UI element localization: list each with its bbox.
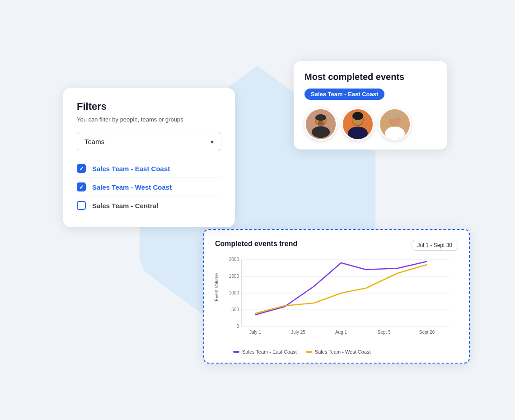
svg-point-13 [385,127,405,140]
legend-label-west-coast: Sales Team - West Coast [315,349,371,355]
events-team-badge: Sales Team - East Coast [304,89,384,100]
filters-card: Filters You can filter by people, teams … [63,88,235,227]
avatar-1 [304,108,337,140]
avatar-2 [342,108,374,140]
legend-label-east-coast: Sales Team - East Coast [242,349,297,355]
legend-east-coast: Sales Team - East Coast [233,349,297,355]
team-item-east-coast[interactable]: Sales Team - East Coast [77,159,221,178]
svg-text:Sept 5: Sept 5 [378,330,391,335]
scene: Filters You can filter by people, teams … [54,29,461,391]
checkbox-east-coast[interactable] [77,164,86,173]
chart-container: Event Volume 2000 1500 1000 500 0 July 1… [215,255,458,345]
legend-dot-east-coast [233,351,239,353]
team-label-west-coast: Sales Team - West Coast [92,183,172,191]
trend-chart-svg: 2000 1500 1000 500 0 July 1 July 25 Aug … [215,255,458,336]
svg-text:1500: 1500 [229,274,239,279]
svg-point-2 [312,126,330,138]
avatar-3 [379,108,411,140]
svg-point-5 [318,121,324,125]
svg-text:July 1: July 1 [249,330,262,335]
team-label-east-coast: Sales Team - East Coast [92,165,170,173]
events-card-title: Most completed events [304,72,436,82]
svg-text:2000: 2000 [229,257,239,262]
events-card: Most completed events Sales Team - East … [294,61,447,149]
svg-text:0: 0 [236,324,239,329]
svg-point-4 [315,114,326,121]
avatars-row [304,108,436,140]
teams-dropdown[interactable]: Teams ▾ [77,132,221,151]
checkbox-west-coast[interactable] [77,182,86,191]
svg-point-8 [348,127,368,140]
date-range-badge: Jul 1 - Sept 30 [412,240,458,251]
svg-text:July 25: July 25 [291,330,305,335]
svg-text:1000: 1000 [229,290,239,295]
filters-subtitle: You can filter by people, teams or group… [77,116,221,123]
trend-card: Completed events trend Jul 1 - Sept 30 E… [203,229,470,364]
team-item-central[interactable]: Sales Team - Central [77,196,221,215]
svg-text:Aug 1: Aug 1 [335,330,347,335]
legend-west-coast: Sales Team - West Coast [306,349,371,355]
svg-point-16 [393,111,403,118]
checkbox-central[interactable] [77,201,86,210]
y-axis-label: Event Volume [214,273,219,301]
svg-text:500: 500 [231,307,239,312]
chart-legend: Sales Team - East Coast Sales Team - Wes… [233,349,458,355]
west-coast-line [255,265,427,313]
svg-text:Sept 26: Sept 26 [419,330,435,335]
team-label-central: Sales Team - Central [92,202,158,210]
chevron-down-icon: ▾ [211,138,214,145]
legend-dot-west-coast [306,351,312,353]
teams-list: Sales Team - East Coast Sales Team - Wes… [77,159,221,215]
trend-title: Completed events trend [215,240,297,248]
trend-header: Completed events trend Jul 1 - Sept 30 [215,240,458,251]
svg-point-10 [352,112,363,120]
dropdown-label: Teams [84,138,104,145]
filters-title: Filters [77,101,221,112]
team-item-west-coast[interactable]: Sales Team - West Coast [77,178,221,196]
